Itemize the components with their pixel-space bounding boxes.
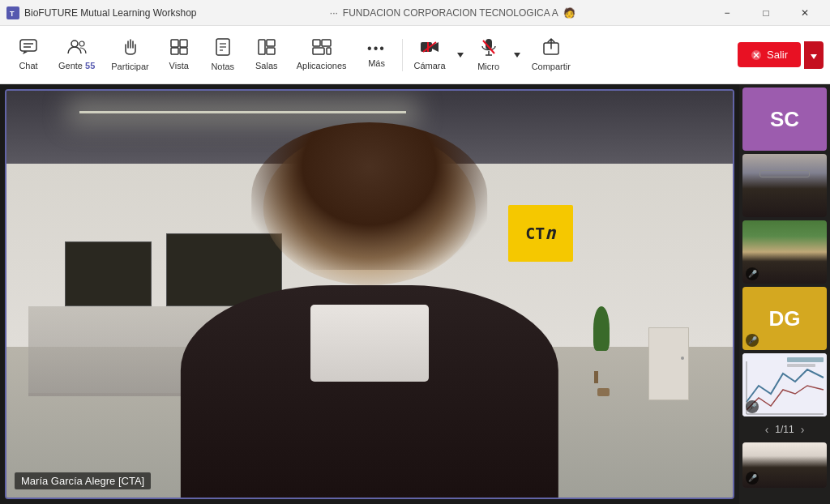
svg-rect-19 <box>322 40 331 46</box>
people-button[interactable]: Gente 55 <box>50 34 103 75</box>
svg-rect-9 <box>171 48 178 54</box>
svg-rect-34 <box>787 357 824 362</box>
app-title: BioFUTURE Mutual Learning Workshop <box>24 7 197 19</box>
micro-icon <box>481 38 497 58</box>
participants-sidebar: SC 🎤 DG 🎤 <box>739 84 830 504</box>
svg-rect-21 <box>327 48 331 54</box>
share-icon <box>542 38 560 58</box>
mic-off-icon-woman: 🎤 <box>746 472 759 485</box>
participant-avatar-sc: SC <box>742 88 827 151</box>
svg-rect-35 <box>787 364 815 367</box>
chat-label: Chat <box>19 61 37 70</box>
leave-dropdown[interactable] <box>804 41 824 69</box>
svg-rect-10 <box>180 48 187 54</box>
notes-button[interactable]: Notas <box>201 33 245 76</box>
participant-photo-man1 <box>742 154 827 217</box>
svg-rect-8 <box>180 40 187 47</box>
page-indicator: 1/11 <box>775 424 794 435</box>
svg-rect-17 <box>267 48 275 54</box>
chat-icon <box>19 39 37 58</box>
notes-label: Notas <box>211 62 234 71</box>
view-icon <box>170 39 188 58</box>
window-controls: − □ ✕ <box>708 0 824 26</box>
camera-dropdown[interactable] <box>454 39 467 71</box>
close-button[interactable]: ✕ <box>786 0 824 26</box>
hand-icon <box>122 38 139 58</box>
svg-rect-18 <box>313 40 320 46</box>
participant-tile-chart[interactable]: 🎤 <box>742 353 827 416</box>
svg-rect-16 <box>267 40 275 46</box>
svg-rect-2 <box>20 40 36 51</box>
prev-page-button[interactable]: ‹ <box>765 423 769 436</box>
maximize-button[interactable]: □ <box>747 0 785 26</box>
title-bar-center: ··· FUNDACION CORPORACION TECNOLOGICA A … <box>330 7 575 19</box>
mic-off-icon-dg: 🎤 <box>746 334 759 347</box>
micro-button[interactable]: Micro <box>467 33 511 76</box>
apps-label: Aplicaciones <box>297 61 347 70</box>
glasses <box>759 170 810 177</box>
divider <box>402 39 403 71</box>
participant-tile-dg[interactable]: DG 🎤 <box>742 287 827 350</box>
title-bar-left: T BioFUTURE Mutual Learning Workshop <box>6 6 197 19</box>
micro-dropdown[interactable] <box>511 39 524 71</box>
toolbar: Chat Gente 55 Participar <box>0 26 830 84</box>
chat-button[interactable]: Chat <box>6 34 50 75</box>
pagination: ‹ 1/11 › <box>742 420 827 439</box>
mic-off-icon-chart: 🎤 <box>746 400 759 413</box>
leave-button[interactable]: Salir <box>738 42 801 67</box>
next-page-button[interactable]: › <box>801 423 805 436</box>
participant-tile-woman[interactable]: 🎤 <box>742 442 827 488</box>
svg-rect-15 <box>259 40 265 54</box>
camera-label: Cámara <box>414 61 446 70</box>
view-button[interactable]: Vista <box>157 34 201 75</box>
door <box>648 327 689 400</box>
more-icon: ••• <box>367 42 386 55</box>
people-icon <box>67 39 87 58</box>
app-icon: T <box>6 6 19 19</box>
minimize-button[interactable]: − <box>708 0 746 26</box>
svg-point-6 <box>79 41 84 46</box>
apps-button[interactable]: Aplicaciones <box>289 34 355 75</box>
person-icon: 🧑 <box>563 7 575 19</box>
rooms-button[interactable]: Salas <box>245 34 289 75</box>
main-content: CTn CTn <box>0 84 830 504</box>
apps-icon <box>312 39 332 58</box>
share-button[interactable]: Compartir <box>524 33 579 76</box>
hair <box>251 122 487 269</box>
speaker-person <box>134 111 605 498</box>
share-label: Compartir <box>532 62 571 71</box>
dots-icon: ··· <box>330 7 338 19</box>
title-bar: T BioFUTURE Mutual Learning Workshop ···… <box>0 0 830 26</box>
mic-off-icon-man2: 🎤 <box>746 267 759 280</box>
more-button[interactable]: ••• Más <box>355 37 399 73</box>
meeting-name: FUNDACION CORPORACION TECNOLOGICA A <box>343 7 558 19</box>
camera-button[interactable]: Cámara <box>406 34 454 75</box>
svg-point-5 <box>71 41 78 47</box>
rooms-icon <box>258 39 276 58</box>
svg-rect-7 <box>171 40 178 47</box>
participant-tile-man1[interactable] <box>742 154 827 217</box>
people-label: Gente 55 <box>58 61 95 70</box>
participant-tile-sc[interactable]: SC <box>742 88 827 151</box>
view-label: Vista <box>169 61 189 70</box>
more-label: Más <box>368 58 385 68</box>
participate-button[interactable]: Participar <box>103 33 156 76</box>
svg-rect-20 <box>313 48 324 54</box>
main-video-feed: CTn CTn <box>5 89 734 499</box>
rooms-label: Salas <box>255 61 278 70</box>
speaker-name-label: María García Alegre [CTA] <box>15 472 151 489</box>
office-background: CTn CTn <box>6 91 733 498</box>
blouse <box>310 305 429 382</box>
participate-label: Participar <box>111 62 148 71</box>
camera-icon <box>420 39 439 58</box>
leave-area: Salir <box>738 41 824 69</box>
micro-label: Micro <box>477 62 499 71</box>
door-knob <box>681 357 684 360</box>
participant-tile-man2[interactable]: 🎤 <box>742 220 827 284</box>
svg-text:T: T <box>10 10 15 18</box>
notes-icon <box>215 38 231 58</box>
